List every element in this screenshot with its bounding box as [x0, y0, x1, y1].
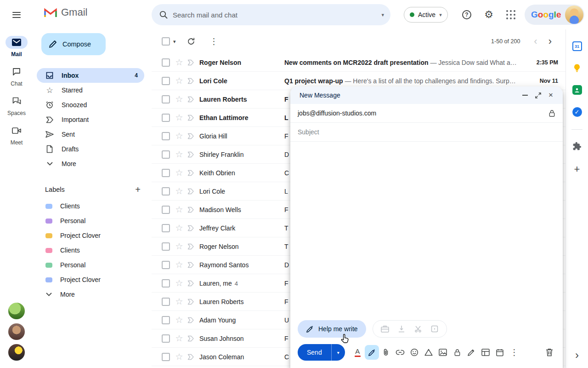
email-row[interactable]: ☆ Roger Nelson New comments on MCR2022 d… [152, 53, 565, 72]
recipients-field[interactable]: jobs@diffusion-studios.com [290, 104, 563, 123]
search-icon[interactable] [154, 6, 173, 24]
importance-marker-icon[interactable] [187, 133, 195, 139]
row-checkbox[interactable] [162, 242, 170, 251]
importance-marker-icon[interactable] [187, 59, 195, 66]
more-send-options-button[interactable]: ⋮ [507, 345, 521, 360]
star-icon[interactable]: ☆ [175, 204, 184, 215]
sidebar-item-drafts[interactable]: Drafts [37, 142, 144, 156]
sidebar-item-important[interactable]: Important [37, 112, 144, 127]
insert-photo-button[interactable] [436, 345, 450, 360]
layouts-button[interactable] [479, 345, 493, 360]
star-icon[interactable]: ☆ [175, 333, 184, 344]
row-checkbox[interactable] [162, 279, 170, 288]
compose-button[interactable]: Compose [41, 33, 106, 55]
star-icon[interactable]: ☆ [175, 241, 184, 252]
star-icon[interactable]: ☆ [175, 167, 184, 178]
set-up-time-button[interactable] [493, 345, 507, 360]
star-icon[interactable]: ☆ [175, 57, 184, 68]
help-me-write-button[interactable]: Help me write [298, 320, 366, 338]
row-checkbox[interactable] [162, 114, 170, 122]
importance-marker-icon[interactable] [187, 225, 195, 231]
row-checkbox[interactable] [162, 261, 170, 269]
account-pill[interactable]: Google [525, 5, 584, 25]
contacts-panel-button[interactable] [572, 85, 582, 95]
row-checkbox[interactable] [162, 150, 170, 159]
star-icon[interactable]: ☆ [175, 259, 184, 270]
newer-page-button[interactable]: ‹ [528, 36, 543, 46]
help-button[interactable]: ? [458, 6, 476, 24]
attach-file-button[interactable] [379, 345, 393, 360]
search-input[interactable] [173, 11, 381, 19]
insert-link-button[interactable] [393, 345, 407, 360]
star-icon[interactable]: ☆ [175, 112, 184, 123]
star-icon[interactable]: ☆ [175, 296, 184, 307]
shorten-icon[interactable] [411, 322, 425, 336]
refresh-button[interactable] [183, 34, 199, 49]
row-checkbox[interactable] [162, 206, 170, 214]
importance-marker-icon[interactable] [187, 151, 195, 158]
row-checkbox[interactable] [162, 95, 170, 104]
importance-marker-icon[interactable] [187, 280, 195, 287]
more-options-button[interactable]: ⋮ [206, 34, 222, 49]
search-options-chevron-icon[interactable]: ▾ [381, 12, 384, 18]
row-checkbox[interactable] [162, 77, 170, 85]
chat-avatar[interactable] [8, 303, 25, 319]
keep-panel-button[interactable] [572, 63, 582, 73]
importance-marker-icon[interactable] [187, 243, 195, 250]
label-item-project-clover-2[interactable]: Project Clover [33, 272, 152, 287]
star-icon[interactable]: ☆ [175, 278, 184, 288]
close-button[interactable]: × [544, 89, 557, 102]
discard-draft-button[interactable] [542, 345, 556, 360]
compose-body[interactable] [290, 142, 563, 320]
star-icon[interactable]: ☆ [175, 223, 184, 233]
row-checkbox[interactable] [162, 58, 170, 67]
settings-button[interactable]: ⚙ [480, 6, 498, 24]
row-checkbox[interactable] [162, 334, 170, 343]
row-checkbox[interactable] [162, 169, 170, 177]
fullscreen-button[interactable] [531, 89, 544, 102]
chat-avatar[interactable] [8, 344, 25, 361]
tasks-panel-button[interactable]: ✓ [572, 107, 582, 117]
label-item-personal[interactable]: Personal [33, 213, 152, 228]
send-button[interactable]: Send [298, 344, 331, 361]
elaborate-icon[interactable] [394, 322, 409, 336]
compose-header[interactable]: New Message × [290, 86, 563, 104]
importance-marker-icon[interactable] [187, 335, 195, 342]
chat-avatar[interactable] [8, 323, 25, 340]
importance-marker-icon[interactable] [187, 262, 195, 268]
formatting-options-button[interactable]: A [351, 345, 365, 360]
confidential-mode-button[interactable] [450, 345, 464, 360]
importance-marker-icon[interactable] [187, 354, 195, 360]
older-page-button[interactable]: › [543, 36, 557, 46]
rail-item-chat[interactable]: Chat [6, 65, 28, 87]
formalize-icon[interactable] [378, 322, 392, 336]
feeling-lucky-icon[interactable] [427, 322, 442, 336]
status-selector[interactable]: Active ▾ [404, 7, 448, 23]
insert-emoji-button[interactable] [407, 345, 422, 360]
select-all-checkbox[interactable] [162, 37, 170, 46]
sidebar-item-starred[interactable]: ☆ Starred [37, 83, 144, 98]
label-item-personal-2[interactable]: Personal [33, 258, 152, 272]
star-icon[interactable]: ☆ [175, 149, 184, 160]
importance-marker-icon[interactable] [187, 299, 195, 305]
star-icon[interactable]: ☆ [175, 186, 184, 196]
label-item-clients-2[interactable]: Clients [33, 243, 152, 258]
insert-signature-button[interactable] [464, 345, 479, 360]
rail-item-spaces[interactable]: Spaces [6, 95, 28, 116]
row-checkbox[interactable] [162, 316, 170, 324]
row-checkbox[interactable] [162, 132, 170, 140]
sidebar-item-snoozed[interactable]: Snoozed [37, 98, 144, 112]
show-side-panel-chevron[interactable]: › [575, 349, 579, 362]
star-icon[interactable]: ☆ [175, 94, 184, 104]
star-icon[interactable]: ☆ [175, 315, 184, 325]
main-menu-icon[interactable] [6, 5, 27, 25]
help-me-write-toggle-button[interactable] [365, 345, 379, 360]
label-item-project-clover[interactable]: Project Clover [33, 228, 152, 243]
get-addons-button[interactable] [572, 142, 582, 151]
importance-marker-icon[interactable] [187, 78, 195, 84]
star-icon[interactable]: ☆ [175, 351, 184, 362]
create-label-button[interactable]: + [131, 183, 144, 196]
minimize-button[interactable] [519, 89, 531, 102]
rail-item-mail[interactable]: Mail [6, 36, 28, 58]
row-checkbox[interactable] [162, 353, 170, 361]
